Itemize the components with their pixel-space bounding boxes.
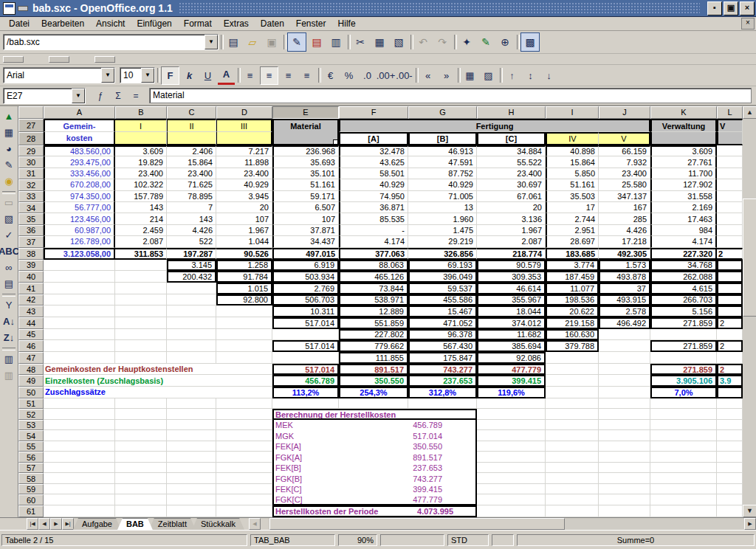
cell-A52[interactable]	[44, 409, 115, 420]
cell-B55[interactable]	[115, 441, 167, 452]
cell-E35[interactable]: 107	[272, 213, 339, 224]
cell-L36[interactable]	[717, 225, 743, 236]
cell-F46[interactable]: 779.662	[339, 340, 408, 352]
cell-K27[interactable]: Verwaltung	[650, 119, 717, 132]
cell-L42[interactable]	[717, 294, 743, 306]
cell-H35[interactable]: 3.136	[477, 213, 546, 224]
cell-C39[interactable]: 3.145	[167, 260, 216, 272]
cell-K29[interactable]: 3.609	[650, 145, 717, 156]
cell-L46[interactable]: 2	[717, 340, 743, 352]
cell-H61[interactable]	[477, 505, 546, 517]
increase-indent-button[interactable]: »	[438, 67, 455, 84]
insert-mode[interactable]	[380, 534, 444, 546]
cell-D31[interactable]: 23.400	[216, 168, 272, 179]
cell-J48[interactable]	[599, 364, 650, 376]
cell-G31[interactable]: 87.752	[408, 168, 477, 179]
cell-I32[interactable]: 51.161	[546, 179, 599, 190]
cell-K35[interactable]: 17.463	[650, 213, 717, 224]
column-header-E[interactable]: E	[272, 106, 339, 119]
cell-D54[interactable]	[216, 430, 272, 441]
cell-H28[interactable]: [C]	[477, 132, 546, 145]
row-header-29[interactable]: 29	[18, 145, 44, 156]
cell-D40[interactable]: 91.784	[216, 271, 272, 283]
cell-C59[interactable]	[167, 484, 216, 495]
cell-C32[interactable]: 71.625	[167, 179, 216, 190]
sheet-indicator[interactable]: Tabelle 2 / 15	[1, 534, 247, 546]
cell-J33[interactable]: 347.137	[599, 191, 650, 202]
toolbar-handle[interactable]	[49, 56, 69, 63]
cell-G39[interactable]: 69.193	[408, 260, 477, 272]
cell-D55[interactable]	[216, 441, 272, 452]
row-header-55[interactable]: 55	[18, 441, 44, 452]
cell-K33[interactable]: 31.558	[650, 191, 717, 202]
cell-C28[interactable]	[167, 132, 216, 145]
cell-C57[interactable]	[167, 463, 216, 474]
cell-L49[interactable]: 3.9	[717, 375, 743, 387]
cell-D53[interactable]	[216, 420, 272, 431]
row-header-44[interactable]: 44	[18, 317, 44, 329]
cell-B47[interactable]	[115, 352, 167, 364]
cell-F28[interactable]: [A]	[339, 132, 408, 145]
align-center-button[interactable]: ≡	[260, 66, 278, 85]
cell-F40[interactable]: 465.126	[339, 271, 408, 283]
cell-I38[interactable]: 183.685	[546, 248, 599, 260]
row-header-59[interactable]: 59	[18, 484, 44, 495]
align-left-button[interactable]: ≡	[241, 67, 258, 84]
cell-B56[interactable]	[115, 452, 167, 463]
cell-A56[interactable]	[44, 452, 115, 463]
row-header-45[interactable]: 45	[18, 329, 44, 341]
cell-J36[interactable]: 4.426	[599, 225, 650, 236]
cell-H48[interactable]: 477.779	[477, 364, 546, 376]
name-box-dropdown-icon[interactable]: ▼	[72, 89, 85, 103]
cell-I35[interactable]: 2.744	[546, 213, 599, 224]
cell-D56[interactable]	[216, 452, 272, 463]
font-color-button[interactable]: A	[218, 66, 235, 85]
cell-C51[interactable]	[167, 398, 216, 410]
cell-G29[interactable]: 46.913	[408, 145, 477, 156]
doc-modified[interactable]	[492, 534, 514, 546]
cell-G45[interactable]: 96.378	[408, 329, 477, 341]
cell-H45[interactable]: 11.682	[477, 329, 546, 341]
cell-B32[interactable]: 102.322	[115, 179, 167, 190]
minimize-button[interactable]: ▪	[707, 1, 722, 15]
cell-D43[interactable]	[216, 305, 272, 317]
cell-C56[interactable]	[167, 452, 216, 463]
row-header-46[interactable]: 46	[18, 340, 44, 352]
cell-L51[interactable]	[717, 398, 743, 410]
cell-C33[interactable]: 78.895	[167, 191, 216, 202]
url-dropdown-icon[interactable]: ▼	[205, 35, 218, 49]
cell-B31[interactable]: 23.400	[115, 168, 167, 179]
cell-F34[interactable]: 36.871	[339, 202, 408, 213]
cell-F42[interactable]: 538.971	[339, 294, 408, 306]
row-header-58[interactable]: 58	[18, 473, 44, 484]
column-header-B[interactable]: B	[115, 106, 167, 119]
cell-D47[interactable]	[216, 352, 272, 364]
cell-I31[interactable]: 5.850	[546, 168, 599, 179]
cell-H46[interactable]: 385.694	[477, 340, 546, 352]
cell-F31[interactable]: 58.501	[339, 168, 408, 179]
cell-J38[interactable]: 492.305	[599, 248, 650, 260]
cell-H52[interactable]	[477, 409, 546, 420]
cell-K44[interactable]: 271.859	[650, 317, 717, 329]
cell-E49[interactable]: 456.789	[272, 375, 339, 387]
cell-C47[interactable]	[167, 352, 216, 364]
cell-B30[interactable]: 19.829	[115, 156, 167, 168]
cell-J32[interactable]: 25.580	[599, 179, 650, 190]
cell-A59[interactable]	[44, 484, 115, 495]
cell-A41[interactable]	[44, 283, 115, 294]
cell-J39[interactable]: 1.573	[599, 260, 650, 272]
cell-G49[interactable]: 237.653	[408, 375, 477, 387]
row-header-57[interactable]: 57	[18, 463, 44, 474]
percent-format-button[interactable]: %	[340, 67, 357, 84]
cell-A48[interactable]: Gemeinkosten der Hauptkostenstellen	[44, 364, 272, 376]
cell-H44[interactable]: 374.012	[477, 317, 546, 329]
cell-B51[interactable]	[115, 398, 167, 410]
cell-B36[interactable]: 2.459	[115, 225, 167, 236]
cell-H58[interactable]	[477, 473, 546, 484]
cell-E57[interactable]: FEK[B]	[272, 463, 408, 474]
cell-J41[interactable]: 37	[599, 283, 650, 294]
navigator-icon[interactable]: ✦	[458, 33, 475, 51]
cell-D58[interactable]	[216, 473, 272, 484]
cell-B61[interactable]	[115, 505, 167, 517]
cell-A45[interactable]	[44, 329, 115, 341]
